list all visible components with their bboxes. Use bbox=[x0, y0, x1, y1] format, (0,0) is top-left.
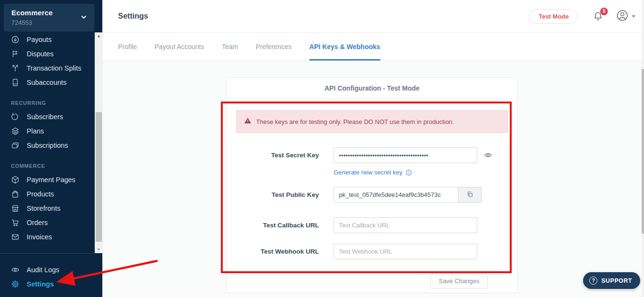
shopping-cart-icon bbox=[11, 218, 20, 227]
sidebar-section-recurring: RECURRING bbox=[0, 96, 95, 110]
eye-icon bbox=[11, 266, 20, 274]
support-label: SUPPORT bbox=[601, 277, 632, 284]
test-keys-warning-banner: These keys are for testing only. Please … bbox=[236, 110, 508, 133]
page-scrollbar[interactable] bbox=[642, 0, 644, 297]
envelope-icon bbox=[11, 233, 20, 241]
sidebar-item-label: Payment Pages bbox=[27, 176, 75, 184]
sidebar-item-payouts[interactable]: Payouts bbox=[0, 32, 95, 47]
book-icon bbox=[11, 78, 20, 87]
copy-icon bbox=[466, 191, 474, 199]
sidebar-item-storefronts[interactable]: Storefronts bbox=[0, 201, 95, 215]
test-mode-button[interactable]: Test Mode bbox=[529, 9, 578, 24]
page-scroll-thumb[interactable] bbox=[642, 69, 644, 234]
topbar: Settings Test Mode 5 bbox=[102, 0, 644, 33]
sidebar-item-payment-pages[interactable]: Payment Pages bbox=[0, 173, 95, 187]
sidebar-item-disputes[interactable]: Disputes bbox=[0, 47, 95, 61]
question-circle-icon: ? bbox=[589, 277, 597, 285]
stacked-cards-icon bbox=[11, 141, 20, 150]
sidebar-item-subscribers[interactable]: Subscribers bbox=[0, 110, 95, 124]
callback-url-label: Test Callback URL bbox=[236, 222, 319, 229]
public-key-group bbox=[334, 187, 482, 203]
callback-url-row: Test Callback URL bbox=[236, 217, 508, 233]
gear-icon bbox=[11, 280, 20, 288]
notifications-button[interactable]: 5 bbox=[593, 11, 604, 22]
account-menu[interactable] bbox=[616, 10, 635, 23]
tab-payout-accounts[interactable]: Payout Accounts bbox=[155, 33, 204, 61]
save-row: Save Changes bbox=[236, 273, 508, 289]
sidebar-item-plans[interactable]: Plans bbox=[0, 124, 95, 138]
main-area: Settings Test Mode 5 Profile Payout Acco… bbox=[102, 0, 644, 297]
org-name: Ecommerce bbox=[11, 9, 53, 17]
api-configuration-card: API Configuration - Test Mode These keys… bbox=[226, 77, 518, 293]
sidebar-scrollbar[interactable]: ▲ ▼ bbox=[95, 32, 103, 253]
sidebar-scroll-thumb[interactable] bbox=[96, 112, 102, 242]
sidebar-item-label: Payouts bbox=[27, 36, 51, 43]
layers-icon bbox=[11, 127, 20, 135]
generate-secret-key-link[interactable]: Generate new secret key bbox=[334, 169, 403, 176]
rotate-ccw-icon bbox=[11, 113, 20, 121]
sidebar-footer: Audit Logs Settings bbox=[0, 253, 95, 291]
sidebar-item-products[interactable]: Products bbox=[0, 187, 95, 201]
scroll-down-arrow[interactable]: ▼ bbox=[95, 246, 103, 253]
shopping-bag-icon bbox=[11, 190, 20, 198]
sidebar-item-subaccounts[interactable]: Subaccounts bbox=[0, 75, 95, 90]
sidebar-item-label: Subscribers bbox=[27, 113, 63, 121]
webhook-url-input[interactable] bbox=[334, 244, 477, 259]
sidebar-item-settings[interactable]: Settings bbox=[0, 277, 95, 291]
flag-icon bbox=[11, 50, 20, 58]
app-screen: Ecommerce 724553 Payouts Disputes Transa… bbox=[0, 0, 644, 297]
tab-preferences[interactable]: Preferences bbox=[256, 33, 291, 61]
scroll-up-arrow[interactable]: ▲ bbox=[95, 32, 103, 40]
callback-url-input[interactable] bbox=[334, 217, 477, 233]
support-button[interactable]: ? SUPPORT bbox=[583, 272, 640, 289]
sidebar-item-label: Subscriptions bbox=[27, 142, 68, 149]
save-changes-button[interactable]: Save Changes bbox=[430, 273, 488, 289]
settings-tabs: Profile Payout Accounts Team Preferences… bbox=[102, 33, 644, 61]
sidebar-item-label: Disputes bbox=[27, 50, 53, 58]
storefront-icon bbox=[11, 204, 20, 213]
org-id: 724553 bbox=[11, 19, 32, 26]
sidebar-item-audit-logs[interactable]: Audit Logs bbox=[0, 263, 95, 277]
generate-secret-key-row: Generate new secret key bbox=[236, 169, 508, 176]
split-arrows-icon bbox=[11, 64, 20, 72]
webhook-url-row: Test Webhook URL bbox=[236, 244, 508, 259]
card-header: API Configuration - Test Mode bbox=[227, 78, 517, 99]
sidebar-item-subscriptions[interactable]: Subscriptions bbox=[0, 138, 95, 153]
sidebar-item-label: Products bbox=[27, 190, 54, 198]
sidebar-item-transaction-splits[interactable]: Transaction Splits bbox=[0, 61, 95, 75]
info-icon[interactable] bbox=[406, 169, 412, 176]
page-title: Settings bbox=[118, 12, 148, 20]
copy-public-key-button[interactable] bbox=[458, 187, 482, 203]
chevron-down-icon bbox=[632, 15, 635, 18]
sidebar-item-orders[interactable]: Orders bbox=[0, 215, 95, 230]
secret-key-row: Test Secret Key bbox=[236, 147, 508, 163]
sidebar-item-label: Settings bbox=[27, 280, 54, 288]
sidebar: Ecommerce 724553 Payouts Disputes Transa… bbox=[0, 0, 102, 297]
sidebar-section-commerce: COMMERCE bbox=[0, 159, 95, 173]
bell-icon bbox=[593, 15, 604, 23]
public-key-label: Test Public Key bbox=[236, 191, 319, 198]
sidebar-item-label: Storefronts bbox=[27, 205, 60, 212]
avatar-icon bbox=[616, 10, 628, 23]
topbar-controls: Test Mode 5 bbox=[529, 0, 635, 33]
chevron-down-icon bbox=[80, 13, 88, 23]
sidebar-item-invoices[interactable]: Invoices bbox=[0, 230, 95, 244]
sidebar-item-label: Invoices bbox=[27, 233, 52, 241]
warning-text: These keys are for testing only. Please … bbox=[256, 118, 454, 125]
sidebar-item-label: Audit Logs bbox=[27, 266, 59, 274]
secret-key-input[interactable] bbox=[334, 147, 477, 163]
public-key-input[interactable] bbox=[334, 187, 458, 203]
package-icon bbox=[11, 175, 20, 184]
webhook-url-label: Test Webhook URL bbox=[236, 248, 319, 255]
org-switcher[interactable]: Ecommerce 724553 bbox=[4, 4, 94, 31]
card-title: API Configuration - Test Mode bbox=[325, 84, 420, 92]
sidebar-item-label: Transaction Splits bbox=[27, 64, 81, 72]
card-body: These keys are for testing only. Please … bbox=[227, 110, 517, 289]
payout-circle-arrow-icon bbox=[11, 35, 20, 44]
tab-api-keys-webhooks[interactable]: API Keys & Webhooks bbox=[309, 33, 380, 61]
warning-triangle-icon bbox=[244, 117, 251, 126]
secret-key-label: Test Secret Key bbox=[236, 152, 319, 159]
tab-team[interactable]: Team bbox=[222, 33, 238, 61]
tab-profile[interactable]: Profile bbox=[118, 33, 137, 61]
reveal-secret-eye-icon[interactable] bbox=[484, 151, 493, 160]
